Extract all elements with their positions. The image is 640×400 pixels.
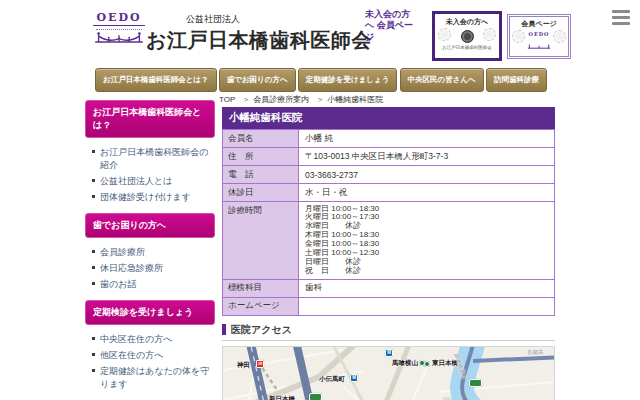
member-links: 未入会の方へ 会員ページ [365,9,419,43]
bullet-icon [92,150,95,153]
map-label-station: 小伝馬町 [319,375,345,384]
banner-caption: お江戸日本橋歯科医師会 [510,57,568,59]
main-nav: お江戸日本橋歯科医師会とは？ 歯でお困りの方へ 定期健診を受けましょう 中央区民… [95,68,547,92]
bullet-icon [92,369,95,372]
banner-title: 会員ページ [510,19,568,29]
breadcrumb-top-link[interactable]: TOP [219,95,235,104]
flower-decoration-icon [438,28,451,41]
toei-station-icon [424,361,430,367]
table-row: ホームページ [223,297,555,315]
sidebar-header-checkup[interactable]: 定期検診を受けましょう [85,300,215,325]
logo-subtext-line [96,27,142,30]
table-row: 診療時間月曜日 10:00～18:30 火曜日 10:00～17:30 水曜日 … [223,202,555,280]
route-shield-icon [309,393,322,400]
table-row: 休診日水・日・祝 [223,184,555,202]
sidebar-item[interactable]: お江戸日本橋歯科医師会の紹介 [92,144,215,173]
sidebar-item[interactable]: 団体健診受け付けます [92,189,215,205]
flower-decoration-icon [553,30,566,43]
sidebar-item[interactable]: 他区在住の方へ [92,347,215,363]
bullet-icon [92,353,95,356]
table-row: 会員名小幡 純 [223,130,555,148]
flower-decoration-icon [512,30,525,43]
bridge-icon [93,31,145,48]
section-bar-icon [222,324,226,335]
site-logo[interactable]: OEDO [93,11,145,52]
sidebar-item[interactable]: 公益社団法人とは [92,173,215,189]
bullet-icon [92,179,95,182]
banner-title: 未入会の方へ [435,17,499,27]
table-row: 住 所〒103-0013 中央区日本橋人形町3-7-3 [223,148,555,166]
nav-home-visit-button[interactable]: 訪問歯科診療 [486,68,547,92]
bridge-icon [527,43,551,51]
sidebar-item[interactable]: 中央区在住の方へ [92,331,215,347]
logo-oedo-text: OEDO [93,11,145,26]
sidebar-item[interactable]: 歯のお話 [92,276,215,292]
clinic-title: 小幡純歯科医院 [222,107,555,129]
table-row: 標榜科目歯科 [223,279,555,297]
nonmember-banner[interactable]: 未入会の方へ お江戸日本橋歯科医師会 [432,11,502,61]
bullet-icon [92,282,95,285]
sidebar: お江戸日本橋歯科医師会とは？ お江戸日本橋歯科医師会の紹介 公益社団法人とは 団… [85,100,215,400]
nav-checkup-button[interactable]: 定期健診を受けましょう [298,68,398,92]
nav-chuo-residents-button[interactable]: 中央区民の皆さんへ [400,68,484,92]
jr-station-icon: JR [256,360,264,368]
metro-station-icon: M [385,349,393,357]
map-label-station: 新日本橋 [269,395,295,400]
seal-emblem-icon [461,30,474,43]
breadcrumb: TOP＞会員診療所案内＞小幡純歯科医院 [219,94,383,105]
nav-tooth-trouble-button[interactable]: 歯でお困りの方へ [219,68,296,92]
map-label-road: 首都高 [527,349,544,356]
sidebar-header-about[interactable]: お江戸日本橋歯科医師会とは？ [85,100,215,138]
bullet-icon [92,337,95,340]
menu-icon[interactable] [612,10,630,28]
access-section-header: 医院アクセス [222,323,555,341]
site-title: お江戸日本橋歯科医師会 [146,27,372,54]
map-label-station: 馬喰横山 [392,359,418,368]
org-type-label: 公益社団法人 [186,13,240,26]
dental-association-page: OEDO 公益社団法人 お江戸日本橋歯科医師会 未入会の方へ 会員ページ 未入会… [0,0,640,400]
sidebar-item[interactable]: 休日応急診療所 [92,260,215,276]
table-row: 電 話03-3663-2737 [223,166,555,184]
metro-station-icon: M [350,374,358,382]
breadcrumb-clinic-list-link[interactable]: 会員診療所案内 [253,95,309,104]
flower-decoration-icon [483,28,496,41]
bullet-icon [92,195,95,198]
member-page-banner[interactable]: 会員ページ OEDO お江戸日本橋歯科医師会 [507,14,571,59]
nav-about-button[interactable]: お江戸日本橋歯科医師会とは？ [95,68,217,92]
sidebar-item[interactable]: 定期健診はあなたの体を守ります [92,363,215,392]
bullet-icon [92,250,95,253]
sidebar-header-tooth-trouble[interactable]: 歯でお困りの方へ [85,213,215,238]
map-embed[interactable]: 神田 JR 小伝馬町 M M 馬喰横山 東日本橋 新日本橋 三越前 M TOHO… [222,346,555,400]
sidebar-item[interactable]: 会員診療所 [92,244,215,260]
map-label-station: 神田 [237,361,250,370]
bullet-icon [92,266,95,269]
banner-caption: お江戸日本橋歯科医師会 [435,45,499,50]
breadcrumb-current: 小幡純歯科医院 [327,95,383,104]
route-shield-icon [469,379,482,387]
clinic-info-table: 会員名小幡 純 住 所〒103-0013 中央区日本橋人形町3-7-3 電 話0… [222,129,555,316]
main-content: 小幡純歯科医院 会員名小幡 純 住 所〒103-0013 中央区日本橋人形町3-… [222,107,555,400]
